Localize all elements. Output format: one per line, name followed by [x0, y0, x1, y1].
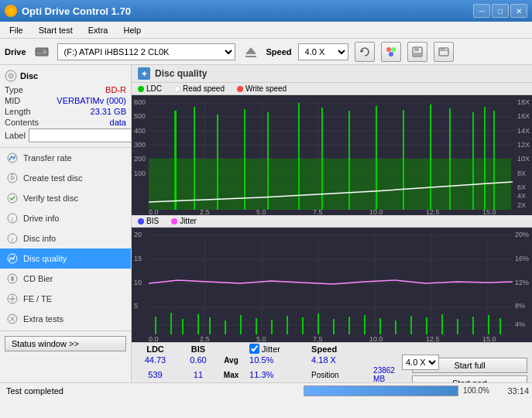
legend-bis-label: BIS [146, 217, 159, 225]
nav-verify-test-disc[interactable]: Verify test disc [0, 188, 131, 208]
svg-rect-82 [472, 112, 474, 210]
chart-legend-1: LDC Read speed Write speed [132, 83, 532, 95]
nav-fe-te-label: FE / TE [23, 294, 52, 303]
drive-bar: Drive (F:) ATAPI iHBS112 2 CL0K Speed 4.… [0, 39, 532, 65]
svg-point-6 [386, 47, 391, 52]
svg-point-7 [391, 47, 396, 52]
nav-extra-tests[interactable]: Extra tests [0, 309, 131, 329]
disc-type-label: Type [5, 85, 23, 94]
stats-position-label: Position [307, 365, 369, 382]
legend-ldc-dot [138, 86, 144, 92]
nav-drive-info-label: Drive info [23, 214, 59, 223]
eject-icon[interactable] [242, 43, 260, 61]
disc-length-value: 23.31 GB [91, 107, 126, 116]
start-part-button[interactable]: Start part [412, 375, 527, 382]
svg-rect-132 [441, 314, 443, 334]
transfer-rate-icon [6, 152, 19, 164]
stats-avg-row: 44.73 0.60 Avg 10.5% 4.18 X Start full S… [132, 355, 532, 365]
legend-read-speed: Read speed [174, 84, 225, 93]
svg-text:i: i [12, 236, 13, 243]
svg-rect-133 [457, 319, 458, 334]
disc-type-value: BD-R [105, 85, 126, 94]
disc-mid-value: VERBATIMv (000) [57, 96, 126, 105]
nav-verify-test-disc-label: Verify test disc [23, 194, 78, 203]
disc-info-panel: Disc Type BD-R MID VERBATIMv (000) Lengt… [0, 65, 131, 148]
color-button[interactable] [381, 42, 401, 62]
minimize-button[interactable]: ─ [473, 4, 490, 18]
svg-rect-32 [11, 276, 14, 281]
extra-tests-icon [6, 313, 19, 325]
bis-chart-container: 20 15 10 5 20% 16% 12% 8% 4% [132, 228, 532, 342]
title-bar: Opti Drive Control 1.70 ─ □ ✕ [0, 0, 532, 22]
status-text: Test completed [3, 386, 304, 396]
stats-avg-bis: 0.60 [179, 355, 218, 365]
stats-avg-speed: 4.18 X [307, 355, 369, 365]
svg-text:7.5: 7.5 [313, 208, 323, 215]
svg-text:10X: 10X [517, 155, 530, 163]
menu-start-test[interactable]: Start test [33, 24, 79, 36]
svg-point-8 [389, 52, 393, 57]
nav-disc-info[interactable]: i Disc info [0, 228, 131, 248]
svg-point-23 [11, 176, 14, 180]
disc-label-label: Label [5, 131, 26, 140]
ldc-chart-container: 600 500 400 300 200 100 18X 16X 14X 12X … [132, 95, 532, 215]
svg-rect-124 [317, 314, 319, 334]
svg-rect-113 [155, 317, 156, 334]
disc-mid-label: MID [5, 96, 20, 105]
maximize-button[interactable]: □ [492, 4, 509, 18]
speed-select[interactable]: 4.0 X 2.0 X 8.0 X [298, 43, 348, 60]
close-button[interactable]: ✕ [510, 4, 527, 18]
svg-rect-80 [430, 104, 431, 210]
fe-te-icon [6, 293, 19, 305]
svg-rect-72 [217, 115, 218, 210]
window-controls: ─ □ ✕ [473, 4, 527, 18]
svg-text:7.5: 7.5 [313, 335, 323, 342]
drive-icon [33, 43, 51, 61]
svg-text:15: 15 [134, 255, 142, 262]
stats-ldc-header: LDC [132, 343, 179, 355]
svg-text:12.5: 12.5 [426, 208, 440, 215]
legend-jitter-label: Jitter [180, 217, 197, 225]
menu-file[interactable]: File [3, 24, 29, 36]
nav-transfer-rate[interactable]: Transfer rate [0, 148, 131, 168]
svg-rect-123 [302, 317, 304, 334]
save-button[interactable] [407, 42, 427, 62]
progress-container: 100.0% 33:14 [304, 385, 529, 396]
svg-rect-136 [499, 318, 501, 334]
stats-speed-select[interactable]: 4.0 X 2.0 X 8.0 X [402, 355, 439, 370]
svg-rect-129 [395, 320, 396, 334]
nav-fe-te[interactable]: FE / TE [0, 289, 131, 309]
refresh-button[interactable] [355, 42, 375, 62]
nav-cd-bier-label: CD Bier [23, 274, 53, 283]
disc-button[interactable] [434, 42, 454, 62]
nav-cd-bier[interactable]: CD Bier [0, 269, 131, 289]
svg-rect-125 [333, 319, 335, 334]
legend-jitter: Jitter [171, 217, 197, 225]
time-text: 33:14 [494, 386, 529, 396]
svg-text:15.0: 15.0 [482, 335, 496, 342]
svg-rect-121 [271, 320, 273, 334]
svg-rect-81 [449, 108, 451, 210]
drive-select[interactable]: (F:) ATAPI iHBS112 2 CL0K [57, 43, 235, 60]
progress-fill [304, 386, 458, 396]
nav-create-test-disc[interactable]: Create test disc [0, 168, 131, 188]
svg-text:5.0: 5.0 [256, 208, 266, 215]
svg-text:15.0: 15.0 [482, 208, 496, 215]
svg-rect-2 [36, 50, 43, 52]
nav-disc-quality[interactable]: Disc quality [0, 248, 131, 269]
legend-bis: BIS [138, 217, 159, 225]
jitter-checkbox[interactable] [249, 344, 259, 354]
stats-max-ldc: 539 [132, 365, 179, 382]
svg-rect-75 [298, 103, 300, 210]
main-layout: Disc Type BD-R MID VERBATIMv (000) Lengt… [0, 65, 532, 382]
status-window-button[interactable]: Status window >> [5, 336, 126, 351]
svg-rect-134 [472, 317, 474, 334]
svg-text:2X: 2X [517, 201, 526, 209]
svg-text:0.0: 0.0 [149, 335, 159, 342]
disc-label-input[interactable] [29, 128, 132, 142]
menu-extra[interactable]: Extra [82, 24, 115, 36]
app-icon [5, 5, 17, 17]
legend-write-speed: Write speed [237, 84, 287, 93]
menu-help[interactable]: Help [117, 24, 147, 36]
nav-drive-info[interactable]: i Drive info [0, 208, 131, 228]
